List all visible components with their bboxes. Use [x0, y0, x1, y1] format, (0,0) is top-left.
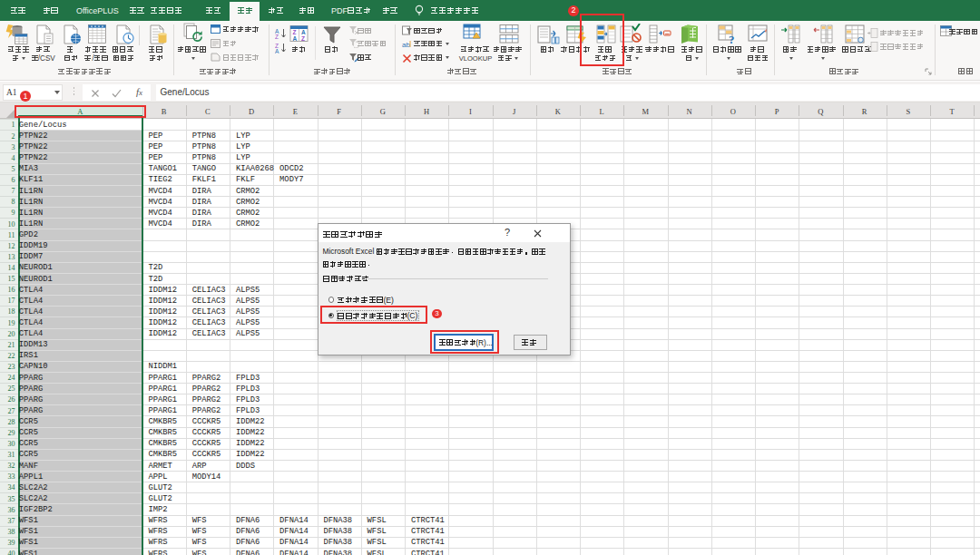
svg-text:A: A: [293, 35, 298, 42]
svg-text:Z: Z: [301, 35, 305, 42]
svg-text:Z: Z: [275, 34, 279, 39]
svg-text:ab: ab: [402, 41, 410, 49]
svg-text:?: ?: [729, 33, 735, 45]
